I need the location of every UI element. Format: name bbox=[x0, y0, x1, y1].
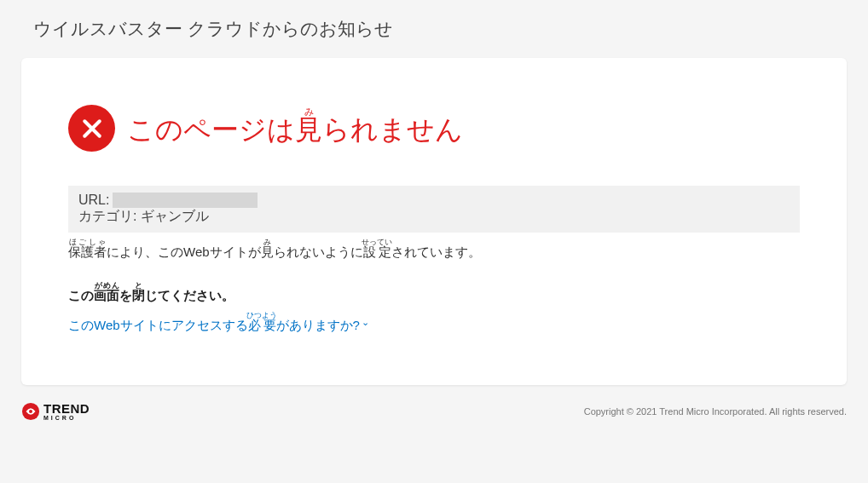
chevron-down-icon: ⌄ bbox=[362, 317, 369, 328]
block-card: このページは見みられません URL: カテゴリ: ギャンブル 保護者ほごしゃによ… bbox=[21, 58, 847, 385]
url-value-redacted bbox=[113, 193, 258, 208]
category-label: カテゴリ: bbox=[78, 208, 136, 226]
trend-logo-icon bbox=[21, 402, 40, 421]
copyright-text: Copyright © 2021 Trend Micro Incorporate… bbox=[584, 406, 847, 417]
brand-name-main: TREND bbox=[43, 402, 90, 415]
need-access-link[interactable]: このWebサイトにアクセスする必要ひつようがありますか? ⌄ bbox=[68, 311, 369, 334]
brand-logo-block: TREND MICRO bbox=[21, 402, 90, 421]
block-description: 保護者ほごしゃにより、このWebサイトが見みられないように設定せっていされていま… bbox=[68, 238, 800, 261]
brand-name-sub: MICRO bbox=[43, 415, 90, 421]
url-label: URL: bbox=[78, 193, 109, 208]
product-title: ウイルスバスター クラウドからのお知らせ bbox=[33, 17, 847, 41]
category-value: ギャンブル bbox=[141, 208, 209, 226]
error-icon bbox=[68, 105, 115, 152]
svg-point-3 bbox=[29, 410, 32, 413]
info-box: URL: カテゴリ: ギャンブル bbox=[68, 186, 800, 233]
close-instruction: この画面がめんを閉とじてください。 bbox=[68, 281, 800, 304]
block-headline: このページは見みられません bbox=[127, 107, 463, 149]
